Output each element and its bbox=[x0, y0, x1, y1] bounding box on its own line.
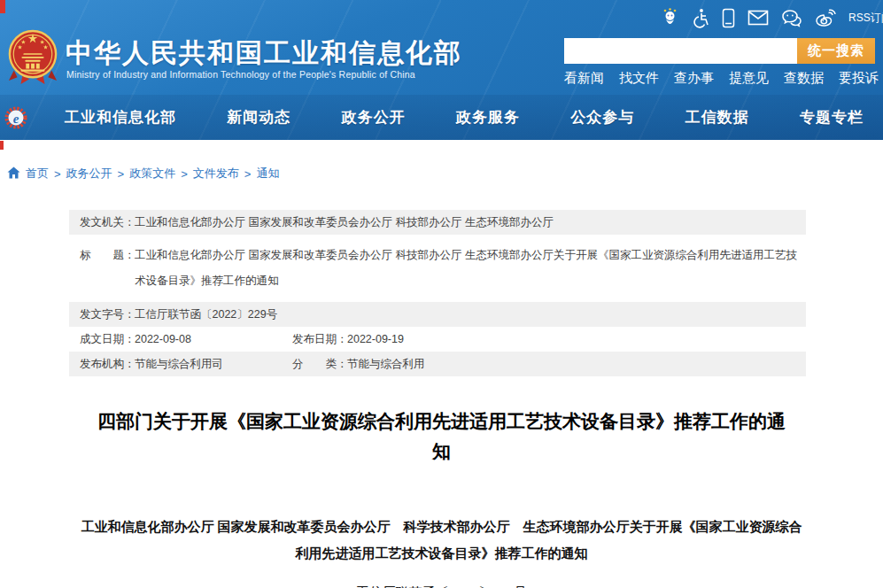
accessibility-icon[interactable] bbox=[692, 8, 709, 28]
breadcrumb-separator: > bbox=[118, 167, 125, 181]
nav-item-special-columns[interactable]: 专题专栏 bbox=[800, 107, 864, 128]
meta-label: 发文字号： bbox=[80, 307, 135, 321]
document-meta-table: 发文机关： 工业和信息化部办公厅 国家发展和改革委员会办公厅 科技部办公厅 生态… bbox=[69, 210, 806, 376]
nav-item-miit-home[interactable]: 工业和信息化部 bbox=[65, 107, 176, 128]
meta-value: 工信厅联节函〔2022〕229号 bbox=[135, 307, 806, 321]
nav-item-public-participation[interactable]: 公众参与 bbox=[570, 107, 634, 128]
meta-row-dates: 成文日期： 2022-09-08 发布日期： 2022-09-19 bbox=[69, 327, 806, 352]
home-icon[interactable] bbox=[7, 166, 20, 182]
site-title: 中华人民共和国工业和信息化部 bbox=[66, 35, 462, 72]
meta-label: 发文机关： bbox=[80, 215, 135, 229]
meta-row-issuing-agency: 发文机关： 工业和信息化部办公厅 国家发展和改革委员会办公厅 科技部办公厅 生态… bbox=[69, 210, 806, 235]
red-edge-mark bbox=[0, 141, 4, 150]
search-input[interactable] bbox=[564, 38, 797, 64]
mobile-icon[interactable] bbox=[722, 8, 735, 28]
breadcrumb-separator: > bbox=[54, 167, 61, 181]
meta-label: 分 类： bbox=[292, 357, 347, 371]
meta-row-doc-number: 发文字号： 工信厅联节函〔2022〕229号 bbox=[69, 302, 806, 327]
meta-value: 工业和信息化部办公厅 国家发展和改革委员会办公厅 科技部办公厅 生态环境部办公厅 bbox=[135, 215, 806, 229]
meta-label: 标 题： bbox=[80, 243, 135, 294]
nav-item-gov-services[interactable]: 政务服务 bbox=[456, 107, 520, 128]
site-search: 统一搜索 bbox=[564, 38, 875, 64]
breadcrumb-home[interactable]: 首页 bbox=[26, 166, 49, 182]
mail-icon[interactable] bbox=[747, 10, 769, 26]
meta-label: 发布机构： bbox=[80, 357, 135, 371]
meta-row-publisher: 发布机构： 节能与综合利用司 分 类： 节能与综合利用 bbox=[69, 352, 806, 376]
breadcrumb-gov-disclosure[interactable]: 政务公开 bbox=[66, 166, 112, 182]
quick-links: 看新闻 找文件 查办事 提意见 查数据 要投诉 bbox=[564, 70, 879, 87]
header-utility-icons: RSS订阅 bbox=[661, 7, 878, 28]
quick-link-feedback[interactable]: 提意见 bbox=[729, 70, 769, 87]
svg-text:e: e bbox=[13, 112, 19, 126]
breadcrumb-separator: > bbox=[181, 167, 188, 181]
meta-label: 成文日期： bbox=[80, 332, 135, 346]
breadcrumb-document-release[interactable]: 文件发布 bbox=[193, 166, 239, 182]
national-emblem-logo bbox=[7, 27, 58, 87]
quick-link-documents[interactable]: 找文件 bbox=[619, 70, 659, 87]
quick-link-data[interactable]: 查数据 bbox=[784, 70, 824, 87]
miit-e-gear-icon: e bbox=[4, 106, 27, 129]
quick-link-complaint[interactable]: 要投诉 bbox=[839, 70, 879, 87]
nav-item-gov-disclosure[interactable]: 政务公开 bbox=[342, 107, 406, 128]
breadcrumb-policy-documents[interactable]: 政策文件 bbox=[129, 166, 175, 182]
unified-search-button[interactable]: 统一搜索 bbox=[797, 38, 875, 64]
nav-item-miit-data[interactable]: 工信数据 bbox=[685, 107, 749, 128]
weibo-icon[interactable] bbox=[815, 9, 836, 27]
meta-row-title: 标 题： 工业和信息化部办公厅 国家发展和改革委员会办公厅 科技部办公厅 生态环… bbox=[69, 235, 806, 302]
article-doc-number: 工信厅联节函〔2022〕229号 bbox=[0, 584, 883, 588]
quick-link-services[interactable]: 查办事 bbox=[674, 70, 714, 87]
mascot-icon[interactable] bbox=[661, 7, 679, 28]
quick-link-news[interactable]: 看新闻 bbox=[564, 70, 604, 87]
breadcrumb-notice[interactable]: 通知 bbox=[256, 166, 279, 182]
breadcrumb-separator: > bbox=[244, 167, 252, 181]
site-header: 中华人民共和国工业和信息化部 Ministry of Industry and … bbox=[0, 0, 883, 140]
main-navigation: e 工业和信息化部 新闻动态 政务公开 政务服务 公众参与 工信数据 专题专栏 bbox=[0, 95, 883, 140]
meta-label: 发布日期： bbox=[292, 332, 347, 346]
wechat-icon[interactable] bbox=[781, 9, 802, 27]
meta-value: 工业和信息化部办公厅 国家发展和改革委员会办公厅 科技部办公厅 生态环境部办公厅… bbox=[135, 243, 806, 294]
rss-subscribe-link[interactable]: RSS订阅 bbox=[848, 11, 883, 26]
site-title-english: Ministry of Industry and Information Tec… bbox=[66, 69, 415, 80]
nav-item-news[interactable]: 新闻动态 bbox=[227, 107, 290, 128]
meta-value: 2022-09-08 bbox=[135, 332, 191, 346]
meta-value: 节能与综合利用 bbox=[347, 357, 425, 371]
red-corner-mark bbox=[0, 0, 5, 13]
breadcrumb: 首页 > 政务公开 > 政策文件 > 文件发布 > 通知 bbox=[0, 140, 883, 182]
article-title: 四部门关于开展《国家工业资源综合利用先进适用工艺技术设备目录》推荐工作的通知 bbox=[92, 406, 792, 467]
article-subtitle: 工业和信息化部办公厅 国家发展和改革委员会办公厅 科学技术部办公厅 生态环境部办… bbox=[81, 514, 803, 567]
meta-value: 节能与综合利用司 bbox=[135, 357, 223, 371]
meta-value: 2022-09-19 bbox=[347, 332, 404, 346]
